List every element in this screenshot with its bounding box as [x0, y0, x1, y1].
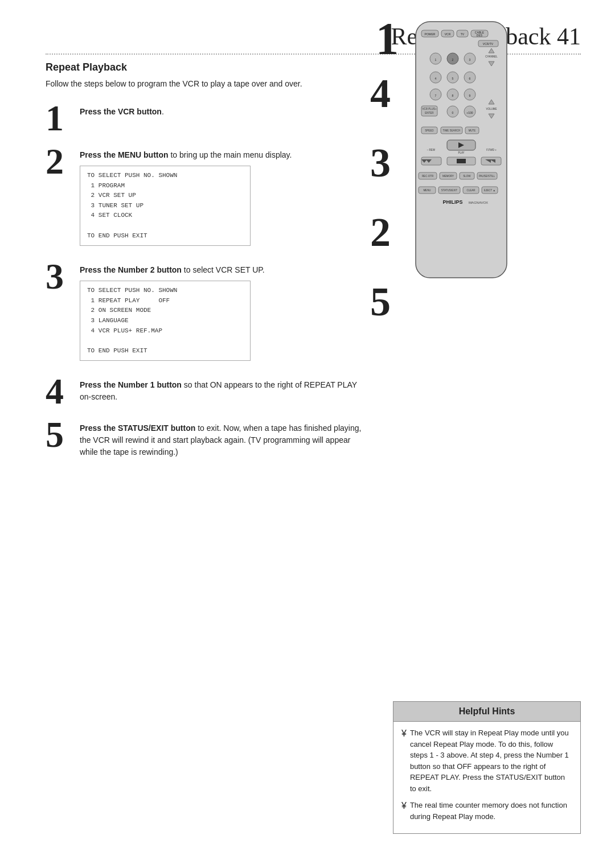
svg-text:+100: +100: [466, 111, 473, 114]
svg-text:9: 9: [469, 94, 471, 97]
intro-text: Follow the steps below to program the VC…: [46, 78, 319, 90]
svg-text:MUTE: MUTE: [469, 129, 476, 132]
svg-text:TV: TV: [461, 32, 465, 36]
step-1-bold: Press the VCR button: [80, 107, 162, 116]
svg-text:0: 0: [452, 111, 454, 114]
svg-text:2: 2: [452, 58, 454, 61]
svg-text:4: 4: [435, 77, 437, 80]
step-1-number: 1: [46, 100, 74, 137]
step-4-block: 4 Press the Number 1 button so that ON a…: [46, 373, 364, 410]
right-step-5: 5: [370, 281, 391, 322]
svg-text:1: 1: [435, 58, 437, 61]
right-step-2: 2: [370, 212, 391, 253]
step-5-content: Press the STATUS/EXIT button to exit. No…: [80, 417, 364, 463]
right-step-1: 1: [376, 16, 399, 61]
svg-text:CHANNEL: CHANNEL: [485, 55, 498, 58]
step-5-block: 5 Press the STATUS/EXIT button to exit. …: [46, 417, 364, 463]
left-content: Repeat Playback Follow the steps below t…: [46, 61, 364, 470]
svg-text:TIME SEARCH: TIME SEARCH: [443, 129, 461, 132]
svg-text:6: 6: [469, 77, 471, 80]
svg-text:EJECT ▲: EJECT ▲: [484, 189, 495, 192]
right-step-4: 4: [370, 73, 391, 114]
svg-text:POWER: POWER: [425, 32, 436, 36]
step-4-bold: Press the Number 1 button: [80, 380, 182, 389]
right-step-3: 3: [370, 142, 391, 183]
right-remote: 1 POWER VCR TV: [376, 16, 535, 470]
helpful-hints-header: Helpful Hints: [393, 702, 580, 722]
remote-image: POWER VCR TV CABLE DES VCR/TV: [404, 16, 535, 291]
step-1-text: Press the VCR button.: [80, 106, 364, 118]
hint-item-1: ¥ The VCR will stay in Repeat Play mode …: [401, 727, 572, 794]
step-1-block: 1 Press the VCR button.: [46, 100, 364, 137]
svg-text:5: 5: [452, 77, 454, 80]
svg-rect-59: [481, 157, 501, 165]
step-2-bold: Press the MENU button: [80, 150, 169, 159]
helpful-hints-body: ¥ The VCR will stay in Repeat Play mode …: [393, 722, 580, 833]
svg-text:PLAY: PLAY: [458, 151, 464, 154]
svg-text:PAUSE/STILL: PAUSE/STILL: [479, 175, 495, 178]
step-5-text: Press the STATUS/EXIT button to exit. No…: [80, 422, 364, 458]
svg-rect-58: [457, 159, 466, 163]
svg-text:VCR PLUS+: VCR PLUS+: [422, 108, 437, 110]
svg-text:ENTER: ENTER: [425, 112, 434, 114]
svg-text:REC·OTR: REC·OTR: [422, 175, 434, 178]
step-2-menu: TO SELECT PUSH NO. SHOWN 1 PROGRAM 2 VCR…: [80, 166, 251, 246]
step-3-content: Press the Number 2 button to select VCR …: [80, 258, 364, 367]
right-step-numbers: 4 3 2 5: [370, 73, 391, 322]
step-3-text: Press the Number 2 button to select VCR …: [80, 264, 364, 276]
step-2-content: Press the MENU button to bring up the ma…: [80, 143, 364, 252]
step-3-number: 3: [46, 258, 74, 295]
hint-item-2: ¥ The real time counter memory does not …: [401, 800, 572, 822]
svg-text:7: 7: [435, 94, 437, 97]
step-4-number: 4: [46, 373, 74, 410]
hint-bullet-1: ¥: [401, 726, 407, 794]
svg-text:3: 3: [469, 58, 471, 61]
svg-text:DES: DES: [477, 34, 483, 37]
svg-text:MENU: MENU: [423, 189, 430, 192]
step-5-bold: Press the STATUS/EXIT button: [80, 423, 195, 433]
svg-text:STATUS/EXIT: STATUS/EXIT: [441, 189, 458, 192]
helpful-hints-section: Helpful Hints ¥ The VCR will stay in Rep…: [393, 701, 581, 834]
svg-text:VCR: VCR: [445, 32, 451, 36]
step-4-content: Press the Number 1 button so that ON app…: [80, 373, 364, 408]
hint-text-2: The real time counter memory does not fu…: [410, 800, 572, 822]
step-2-number: 2: [46, 143, 74, 180]
svg-text:VCR/TV: VCR/TV: [483, 42, 494, 46]
svg-text:– REW: – REW: [427, 149, 436, 151]
step-1-content: Press the VCR button.: [80, 100, 364, 122]
step-2-text: Press the MENU button to bring up the ma…: [80, 149, 364, 161]
hint-bullet-2: ¥: [401, 799, 407, 822]
svg-text:SLOW: SLOW: [463, 175, 471, 178]
svg-text:CLEAR: CLEAR: [466, 189, 475, 192]
section-heading: Repeat Playback: [46, 61, 364, 73]
svg-text:SPEED: SPEED: [425, 129, 434, 132]
svg-text:MAGNAVOX: MAGNAVOX: [469, 201, 488, 204]
svg-text:VOLUME: VOLUME: [486, 108, 497, 110]
svg-text:8: 8: [452, 94, 454, 97]
step-5-number: 5: [46, 417, 74, 453]
main-layout: Repeat Playback Follow the steps below t…: [46, 61, 581, 470]
hint-text-1: The VCR will stay in Repeat Play mode un…: [410, 727, 572, 794]
step-3-block: 3 Press the Number 2 button to select VC…: [46, 258, 364, 367]
svg-text:PHILIPS: PHILIPS: [442, 199, 462, 205]
step-3-menu: TO SELECT PUSH NO. SHOWN 1 REPEAT PLAY O…: [80, 281, 251, 361]
svg-text:F.FWD +: F.FWD +: [486, 149, 497, 151]
page-container: Repeat Playback 41 Repeat Playback Follo…: [0, 0, 615, 868]
step-3-bold: Press the Number 2 button: [80, 265, 182, 274]
step-4-text: Press the Number 1 button so that ON app…: [80, 379, 364, 403]
svg-text:MEMORY: MEMORY: [442, 175, 454, 178]
step-2-block: 2 Press the MENU button to bring up the …: [46, 143, 364, 252]
